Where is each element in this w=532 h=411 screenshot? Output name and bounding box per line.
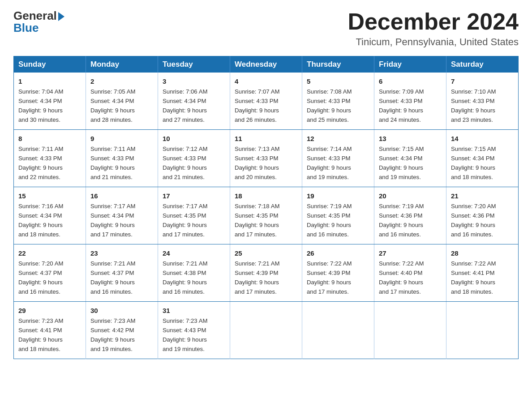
day-info: Sunrise: 7:22 AMSunset: 4:41 PMDaylight:… [451,260,496,295]
page-header: General Blue December 2024 Tinicum, Penn… [13,9,519,48]
day-number: 29 [18,305,81,316]
day-number: 2 [90,76,153,86]
day-info: Sunrise: 7:05 AMSunset: 4:34 PMDaylight:… [90,88,135,123]
col-monday: Monday [86,56,158,73]
table-row: 28Sunrise: 7:22 AMSunset: 4:41 PMDayligh… [446,244,519,302]
table-row: 5Sunrise: 7:08 AMSunset: 4:33 PMDaylight… [302,73,374,129]
col-thursday: Thursday [302,56,374,73]
day-number: 20 [379,191,442,201]
calendar-week-row: 1Sunrise: 7:04 AMSunset: 4:34 PMDaylight… [14,73,519,129]
day-number: 19 [307,191,369,201]
logo-arrow-icon [58,12,64,21]
day-info: Sunrise: 7:18 AMSunset: 4:35 PMDaylight:… [235,203,279,238]
day-info: Sunrise: 7:22 AMSunset: 4:40 PMDaylight:… [379,260,424,295]
day-number: 17 [163,191,225,201]
table-row: 1Sunrise: 7:04 AMSunset: 4:34 PMDaylight… [14,73,86,129]
day-info: Sunrise: 7:23 AMSunset: 4:43 PMDaylight:… [163,317,207,352]
day-number: 16 [90,191,153,201]
table-row: 10Sunrise: 7:12 AMSunset: 4:33 PMDayligh… [158,130,230,187]
calendar-week-row: 29Sunrise: 7:23 AMSunset: 4:41 PMDayligh… [14,301,519,359]
day-info: Sunrise: 7:21 AMSunset: 4:38 PMDaylight:… [163,260,207,295]
day-info: Sunrise: 7:22 AMSunset: 4:39 PMDaylight:… [307,260,352,295]
day-info: Sunrise: 7:15 AMSunset: 4:34 PMDaylight:… [379,146,424,180]
table-row: 6Sunrise: 7:09 AMSunset: 4:33 PMDaylight… [374,73,446,129]
day-number: 9 [90,133,153,144]
day-number: 28 [451,248,514,258]
day-info: Sunrise: 7:19 AMSunset: 4:36 PMDaylight:… [379,203,424,238]
day-info: Sunrise: 7:17 AMSunset: 4:35 PMDaylight:… [163,203,207,238]
table-row: 30Sunrise: 7:23 AMSunset: 4:42 PMDayligh… [86,301,158,359]
table-row: 3Sunrise: 7:06 AMSunset: 4:34 PMDaylight… [158,73,230,129]
day-info: Sunrise: 7:10 AMSunset: 4:33 PMDaylight:… [451,88,496,123]
calendar-week-row: 8Sunrise: 7:11 AMSunset: 4:33 PMDaylight… [14,130,519,187]
col-friday: Friday [374,56,446,73]
calendar-table: Sunday Monday Tuesday Wednesday Thursday… [13,56,519,359]
table-row: 15Sunrise: 7:16 AMSunset: 4:34 PMDayligh… [14,187,86,244]
table-row: 29Sunrise: 7:23 AMSunset: 4:41 PMDayligh… [14,301,86,359]
day-info: Sunrise: 7:15 AMSunset: 4:34 PMDaylight:… [451,146,496,180]
day-number: 22 [18,248,81,258]
table-row [446,301,519,359]
table-row: 27Sunrise: 7:22 AMSunset: 4:40 PMDayligh… [374,244,446,302]
day-number: 18 [235,191,297,201]
day-number: 14 [451,133,514,144]
day-info: Sunrise: 7:12 AMSunset: 4:33 PMDaylight:… [163,146,207,180]
day-info: Sunrise: 7:14 AMSunset: 4:33 PMDaylight:… [307,146,352,180]
table-row: 11Sunrise: 7:13 AMSunset: 4:33 PMDayligh… [230,130,302,187]
table-row: 23Sunrise: 7:21 AMSunset: 4:37 PMDayligh… [86,244,158,302]
day-number: 1 [18,76,81,86]
table-row [230,301,302,359]
table-row: 24Sunrise: 7:21 AMSunset: 4:38 PMDayligh… [158,244,230,302]
table-row: 2Sunrise: 7:05 AMSunset: 4:34 PMDaylight… [86,73,158,129]
table-row [302,301,374,359]
table-row: 9Sunrise: 7:11 AMSunset: 4:33 PMDaylight… [86,130,158,187]
day-number: 27 [379,248,442,258]
table-row: 4Sunrise: 7:07 AMSunset: 4:33 PMDaylight… [230,73,302,129]
logo-line2: Blue [13,21,64,35]
col-saturday: Saturday [446,56,519,73]
calendar-header-row: Sunday Monday Tuesday Wednesday Thursday… [14,56,519,73]
table-row: 7Sunrise: 7:10 AMSunset: 4:33 PMDaylight… [446,73,519,129]
day-info: Sunrise: 7:11 AMSunset: 4:33 PMDaylight:… [90,146,135,180]
day-number: 13 [379,133,442,144]
day-number: 11 [235,133,297,144]
day-info: Sunrise: 7:06 AMSunset: 4:34 PMDaylight:… [163,88,207,123]
table-row: 12Sunrise: 7:14 AMSunset: 4:33 PMDayligh… [302,130,374,187]
day-info: Sunrise: 7:21 AMSunset: 4:37 PMDaylight:… [90,260,135,295]
table-row [374,301,446,359]
col-wednesday: Wednesday [230,56,302,73]
table-row: 25Sunrise: 7:21 AMSunset: 4:39 PMDayligh… [230,244,302,302]
title-area: December 2024 Tinicum, Pennsylvania, Uni… [348,9,519,48]
day-info: Sunrise: 7:11 AMSunset: 4:33 PMDaylight:… [18,146,63,180]
table-row: 26Sunrise: 7:22 AMSunset: 4:39 PMDayligh… [302,244,374,302]
day-info: Sunrise: 7:23 AMSunset: 4:42 PMDaylight:… [90,317,135,352]
table-row: 21Sunrise: 7:20 AMSunset: 4:36 PMDayligh… [446,187,519,244]
day-info: Sunrise: 7:13 AMSunset: 4:33 PMDaylight:… [235,146,279,180]
day-number: 24 [163,248,225,258]
day-info: Sunrise: 7:16 AMSunset: 4:34 PMDaylight:… [18,203,63,238]
table-row: 16Sunrise: 7:17 AMSunset: 4:34 PMDayligh… [86,187,158,244]
day-number: 23 [90,248,153,258]
col-tuesday: Tuesday [158,56,230,73]
table-row: 14Sunrise: 7:15 AMSunset: 4:34 PMDayligh… [446,130,519,187]
table-row: 22Sunrise: 7:20 AMSunset: 4:37 PMDayligh… [14,244,86,302]
day-number: 8 [18,133,81,144]
logo: General Blue [13,9,64,35]
calendar-week-row: 15Sunrise: 7:16 AMSunset: 4:34 PMDayligh… [14,187,519,244]
day-info: Sunrise: 7:19 AMSunset: 4:35 PMDaylight:… [307,203,352,238]
day-number: 5 [307,76,369,86]
day-number: 21 [451,191,514,201]
day-info: Sunrise: 7:20 AMSunset: 4:37 PMDaylight:… [18,260,63,295]
day-number: 26 [307,248,369,258]
day-number: 6 [379,76,442,86]
day-number: 12 [307,133,369,144]
day-number: 15 [18,191,81,201]
table-row: 18Sunrise: 7:18 AMSunset: 4:35 PMDayligh… [230,187,302,244]
day-info: Sunrise: 7:07 AMSunset: 4:33 PMDaylight:… [235,88,279,123]
day-number: 4 [235,76,297,86]
day-number: 10 [163,133,225,144]
month-title: December 2024 [348,9,519,34]
day-info: Sunrise: 7:04 AMSunset: 4:34 PMDaylight:… [18,88,63,123]
table-row: 13Sunrise: 7:15 AMSunset: 4:34 PMDayligh… [374,130,446,187]
day-number: 30 [90,305,153,316]
